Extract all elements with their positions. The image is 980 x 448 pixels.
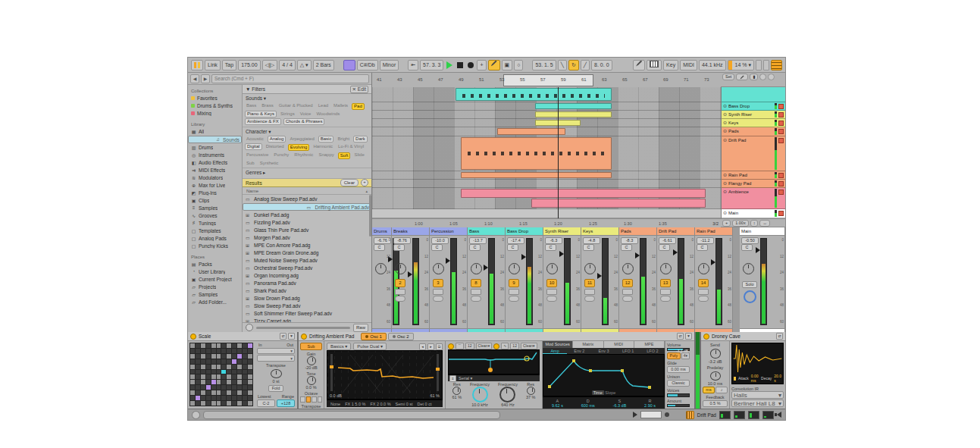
sidebar-item-drums[interactable]: ▥Drums xyxy=(188,143,242,151)
fader-handle[interactable] xyxy=(635,252,640,258)
send-value[interactable]: -3.2 dB xyxy=(703,359,728,364)
res2-value[interactable]: 37 % xyxy=(526,395,536,399)
octave-option[interactable] xyxy=(318,396,323,403)
subtab-env3[interactable]: Env 3 xyxy=(591,348,615,354)
tab-mpe[interactable]: MPE xyxy=(634,341,665,348)
pan-knob[interactable] xyxy=(433,263,444,274)
pan-knob[interactable] xyxy=(660,263,672,274)
attack-pair[interactable]: A9.62 s xyxy=(552,399,563,408)
osc-fx2-value[interactable]: FX 2 0.0 % xyxy=(370,402,390,406)
filter-chip-synthetic[interactable]: Synthetic xyxy=(258,160,280,166)
pan-value[interactable]: C xyxy=(507,244,518,251)
help-icon[interactable] xyxy=(192,411,200,419)
sidebar-item-mixing[interactable]: Mixing xyxy=(188,109,242,117)
scale-grid-cell[interactable] xyxy=(190,365,195,369)
scale-grid-cell[interactable] xyxy=(201,365,205,369)
track-stop-button[interactable] xyxy=(584,289,595,295)
volume-value[interactable]: -10.0 xyxy=(431,237,449,244)
volume-value[interactable]: -6.3 xyxy=(545,237,562,244)
octave-option[interactable] xyxy=(312,396,317,403)
scale-grid-cell[interactable] xyxy=(227,396,231,400)
time-signature-field[interactable]: 4 / 4 xyxy=(279,60,296,70)
scale-grid-cell[interactable] xyxy=(232,359,236,364)
scale-grid-cell[interactable] xyxy=(196,354,200,359)
fader-handle[interactable] xyxy=(756,247,760,253)
scale-grid-cell[interactable] xyxy=(190,380,195,384)
track-stop-button[interactable] xyxy=(698,289,709,295)
volume-fader[interactable] xyxy=(602,238,609,325)
filter-chip-basic[interactable]: Basic xyxy=(318,136,334,143)
draw-icon-button[interactable] xyxy=(633,60,645,70)
tab-midi[interactable]: MIDI xyxy=(604,341,634,348)
poly-toggle[interactable]: Poly xyxy=(667,352,681,359)
scale-grid-cell[interactable] xyxy=(217,359,221,364)
key-map-button[interactable]: Key xyxy=(663,60,678,70)
scale-grid-cell[interactable] xyxy=(221,343,226,348)
subtab-env2[interactable]: Env 2 xyxy=(567,348,591,354)
result-item[interactable]: ▭Drifting Ambient Pad.adv xyxy=(243,203,371,211)
filter-chip-harmonic[interactable]: Harmonic xyxy=(312,143,334,149)
volume-fader[interactable] xyxy=(640,238,647,325)
scale-grid-cell[interactable] xyxy=(221,390,226,395)
scale-grid-cell[interactable] xyxy=(217,380,221,384)
pan-knob[interactable] xyxy=(546,263,558,274)
scale-grid-cell[interactable] xyxy=(196,374,200,379)
filter-chip-snappy[interactable]: Snappy xyxy=(317,152,335,158)
pan-knob[interactable] xyxy=(584,263,596,274)
feedback-value[interactable]: 0.5 % xyxy=(703,400,728,407)
osc-shape-slider[interactable] xyxy=(437,354,439,391)
fader-handle[interactable] xyxy=(711,259,715,265)
scale-grid-cell[interactable] xyxy=(243,390,247,395)
track-number-button[interactable]: 2 xyxy=(395,279,405,287)
scale-grid-cell[interactable] xyxy=(201,349,205,353)
track-header-bass-drop[interactable]: ⊙Bass Drop xyxy=(722,102,785,111)
scale-grid-cell[interactable] xyxy=(211,396,216,400)
loop-start-field[interactable]: 53. 1. 5 xyxy=(532,60,556,70)
track-header-drift-pad[interactable]: ⊙Drift Pad xyxy=(722,136,785,171)
scale-grid-cell[interactable] xyxy=(248,385,252,390)
scale-grid-cell[interactable] xyxy=(237,365,242,369)
wavetable-display[interactable]: 0.0 dB 61 % xyxy=(327,350,443,399)
mixer-track-title[interactable]: Drums xyxy=(372,227,391,236)
track-header-main[interactable]: ⊙Main xyxy=(722,209,785,218)
scale-grid-cell[interactable] xyxy=(221,374,226,379)
filters-edit-button[interactable]: ✕ Edit xyxy=(350,86,368,93)
scale-grid-cell[interactable] xyxy=(227,401,231,406)
preview-play-icon[interactable] xyxy=(246,324,253,331)
volume-value[interactable]: -6.61 xyxy=(659,237,676,244)
scale-grid-cell[interactable] xyxy=(227,359,231,364)
draw-mode-button[interactable] xyxy=(488,60,500,70)
scale-grid-cell[interactable] xyxy=(227,354,231,359)
filter-chip-strings[interactable]: Strings xyxy=(279,111,296,117)
scale-grid-cell[interactable] xyxy=(211,380,216,384)
filter2-shape-icon[interactable]: ∿ xyxy=(501,343,509,349)
speaker-icon[interactable] xyxy=(777,412,781,418)
filter1-slope[interactable]: 12 xyxy=(465,343,474,349)
scale-grid-cell[interactable] xyxy=(237,370,242,374)
transpose-knob[interactable] xyxy=(271,369,282,378)
zoom-level-field[interactable]: 1.00x xyxy=(732,220,748,227)
scale-highlight-icon[interactable] xyxy=(343,60,355,70)
osc-category-menu[interactable]: Basics ▾ xyxy=(327,343,351,350)
scale-grid-cell[interactable] xyxy=(211,374,216,379)
freq1-value[interactable]: 10.0 kHz xyxy=(471,403,488,407)
mixer-track-title[interactable]: Keys xyxy=(581,227,618,236)
tone-knob[interactable] xyxy=(307,376,316,385)
sidebar-item-templates[interactable]: ▢Templates xyxy=(188,227,242,234)
sidebar-item-all[interactable]: ▦All xyxy=(188,127,242,135)
scale-grid-cell[interactable] xyxy=(211,390,216,395)
voice-count-menu[interactable]: 4▾ xyxy=(681,352,690,359)
volume-fader[interactable] xyxy=(488,238,495,325)
filter-chip-piano-keys[interactable]: Piano & Keys xyxy=(245,111,277,117)
scale-grid-cell[interactable] xyxy=(232,349,236,353)
filter1-shape-icon[interactable]: ⌒ xyxy=(456,343,464,349)
track-stop-button[interactable] xyxy=(546,289,557,295)
metronome-button[interactable]: △ ▾ xyxy=(297,60,312,70)
scale-grid-cell[interactable] xyxy=(206,354,211,359)
scale-out-select[interactable]: ▾ xyxy=(257,355,295,361)
filter-chip-rhythmic[interactable]: Rhythmic xyxy=(293,152,315,158)
prev-wave-icon[interactable]: ◂ xyxy=(419,343,426,350)
pan-knob[interactable] xyxy=(395,263,406,274)
scale-grid-cell[interactable] xyxy=(221,380,226,384)
track-fold-icon[interactable]: ⊙ xyxy=(723,103,727,109)
